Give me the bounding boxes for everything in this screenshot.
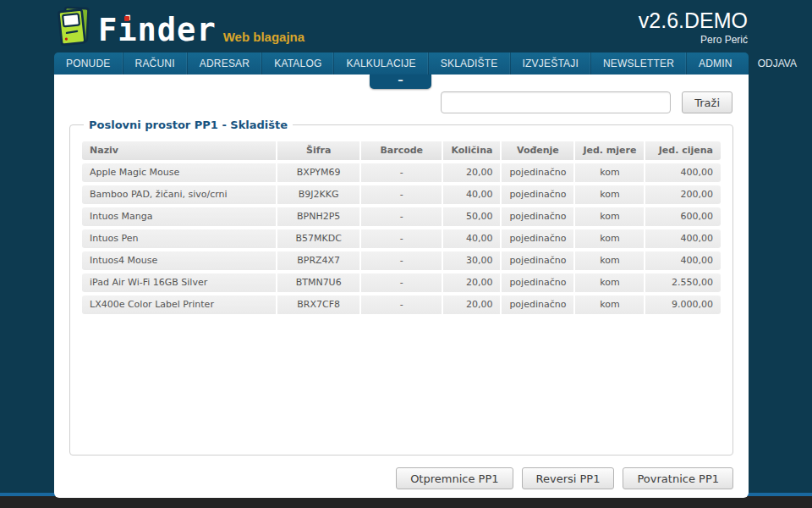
cell-barcode: -: [361, 251, 443, 270]
cell-ifra: BTMN7U6: [277, 273, 361, 292]
nav-item-adresar[interactable]: ADRESAR: [187, 52, 261, 75]
finder-logo-icon: [54, 5, 93, 51]
column-header-jed-mjere: Jed. mjere: [575, 141, 645, 160]
cell-jed-mjere: kom: [575, 273, 645, 292]
cell-ifra: BPNH2P5: [277, 207, 361, 226]
logo[interactable]: Finder Web blagajna: [54, 5, 304, 51]
nav-item-izvje-taji[interactable]: IZVJEŠTAJI: [510, 52, 590, 75]
page: Finder Web blagajna v2.6.DEMO Pero Perić…: [0, 0, 812, 508]
cell-ifra: BXPYM69: [277, 163, 361, 182]
nav-item-admin[interactable]: ADMIN: [686, 52, 744, 75]
cell-vo-enje: pojedinačno: [502, 207, 575, 226]
app-header: Finder Web blagajna v2.6.DEMO Pero Perić: [0, 0, 812, 52]
cell-jed-cijena: 400,00: [645, 163, 721, 182]
version-label: v2.6.DEMO: [639, 8, 748, 32]
cell-koli-ina: 20,00: [443, 163, 502, 182]
cell-vo-enje: pojedinačno: [502, 295, 575, 314]
table-row[interactable]: Intuos MangaBPNH2P5-50,00pojedinačnokom6…: [82, 207, 721, 226]
nav-item-ra-uni[interactable]: RAČUNI: [123, 52, 187, 75]
logo-text: Finder: [98, 10, 217, 51]
otpremnice-pp1-button[interactable]: Otpremnice PP1: [396, 467, 513, 489]
cell-vo-enje: pojedinačno: [502, 185, 575, 204]
cell-jed-mjere: kom: [575, 251, 645, 270]
cell-barcode: -: [361, 295, 443, 314]
table-row[interactable]: Apple Magic MouseBXPYM69-20,00pojedinačn…: [82, 163, 721, 182]
nav-item-ponude[interactable]: PONUDE: [54, 52, 123, 75]
warehouse-fieldset: Poslovni prostor PP1 - Skladište NazivŠi…: [69, 119, 733, 456]
column-header-vo-enje: Vođenje: [502, 141, 575, 160]
cell-jed-cijena: 2.550,00: [645, 273, 721, 292]
skladiste-collapse-tab[interactable]: –: [370, 75, 431, 89]
cell-koli-ina: 40,00: [443, 185, 502, 204]
cell-vo-enje: pojedinačno: [502, 163, 575, 182]
cell-jed-cijena: 200,00: [645, 185, 721, 204]
cell-jed-cijena: 9.000,00: [645, 295, 721, 314]
panel-title: Poslovni prostor PP1 - Skladište: [84, 119, 293, 131]
search-input[interactable]: [441, 91, 671, 113]
nav-items: PONUDERAČUNIADRESARKATALOGKALKULACIJESKL…: [54, 52, 744, 75]
logo-i-dot: [124, 16, 129, 21]
cell-naziv: iPad Air Wi-Fi 16GB Silver: [82, 273, 277, 292]
cell-barcode: -: [361, 273, 443, 292]
cell-ifra: BRX7CF8: [277, 295, 361, 314]
cell-vo-enje: pojedinačno: [502, 229, 575, 248]
cell-naziv: LX400e Color Label Printer: [82, 295, 277, 314]
cell-barcode: -: [361, 207, 443, 226]
cell-jed-cijena: 600,00: [645, 207, 721, 226]
inventory-table: NazivŠifraBarcodeKoličinaVođenjeJed. mje…: [82, 138, 721, 318]
header-right: v2.6.DEMO Pero Perić: [639, 8, 748, 46]
cell-jed-mjere: kom: [575, 163, 645, 182]
cell-naziv: Intuos Manga: [82, 207, 277, 226]
logo-textwrap: Finder Web blagajna: [98, 10, 304, 51]
cell-jed-mjere: kom: [575, 185, 645, 204]
nav-item-katalog[interactable]: KATALOG: [261, 52, 333, 75]
logo-tagline: Web blagajna: [223, 30, 304, 44]
reversi-pp1-button[interactable]: Reversi PP1: [522, 467, 615, 489]
actions-row: Otpremnice PP1Reversi PP1Povratnice PP1: [54, 467, 733, 489]
cell-ifra: B9J2KKG: [277, 185, 361, 204]
cell-koli-ina: 20,00: [443, 273, 502, 292]
povratnice-pp1-button[interactable]: Povratnice PP1: [623, 467, 733, 489]
cell-jed-mjere: kom: [575, 229, 645, 248]
cell-jed-cijena: 400,00: [645, 229, 721, 248]
nav-item-newsletter[interactable]: NEWSLETTER: [590, 52, 686, 75]
column-header-jed-cijena: Jed. cijena: [645, 141, 721, 160]
cell-vo-enje: pojedinačno: [502, 251, 575, 270]
nav-item-kalkulacije[interactable]: KALKULACIJE: [333, 52, 427, 75]
table-row[interactable]: iPad Air Wi-Fi 16GB SilverBTMN7U6-20,00p…: [82, 273, 721, 292]
cell-koli-ina: 20,00: [443, 295, 502, 314]
column-header-ifra: Šifra: [277, 141, 361, 160]
nav-item-skladi-te[interactable]: SKLADIŠTE: [428, 52, 510, 75]
cell-koli-ina: 50,00: [443, 207, 502, 226]
cell-vo-enje: pojedinačno: [502, 273, 575, 292]
cell-barcode: -: [361, 185, 443, 204]
nav-item-odjava[interactable]: ODJAVA: [744, 52, 810, 75]
column-header-naziv: Naziv: [82, 141, 277, 160]
main-nav: PONUDERAČUNIADRESARKATALOGKALKULACIJESKL…: [54, 52, 749, 75]
column-header-barcode: Barcode: [361, 141, 443, 160]
cell-jed-mjere: kom: [575, 295, 645, 314]
cell-koli-ina: 30,00: [443, 251, 502, 270]
column-header-koli-ina: Količina: [443, 141, 502, 160]
cell-jed-cijena: 400,00: [645, 251, 721, 270]
cell-barcode: -: [361, 229, 443, 248]
table-row[interactable]: Intuos4 MouseBPRZ4X7-30,00pojedinačnokom…: [82, 251, 721, 270]
cell-naziv: Intuos4 Mouse: [82, 251, 277, 270]
table-header-row: NazivŠifraBarcodeKoličinaVođenjeJed. mje…: [82, 141, 721, 160]
cell-ifra: BPRZ4X7: [277, 251, 361, 270]
search-button[interactable]: Traži: [682, 91, 732, 113]
table-row[interactable]: LX400e Color Label PrinterBRX7CF8-20,00p…: [82, 295, 721, 314]
table-row[interactable]: Bamboo PAD, žičani, sivo/crniB9J2KKG-40,…: [82, 185, 721, 204]
cell-koli-ina: 40,00: [443, 229, 502, 248]
cell-ifra: B57MKDC: [277, 229, 361, 248]
cell-naziv: Bamboo PAD, žičani, sivo/crni: [82, 185, 277, 204]
table-row[interactable]: Intuos PenB57MKDC-40,00pojedinačnokom400…: [82, 229, 721, 248]
cell-naziv: Intuos Pen: [82, 229, 277, 248]
cell-barcode: -: [361, 163, 443, 182]
content-panel: Traži Poslovni prostor PP1 - Skladište N…: [54, 75, 749, 498]
cell-naziv: Apple Magic Mouse: [82, 163, 277, 182]
current-user: Pero Perić: [639, 34, 748, 46]
cell-jed-mjere: kom: [575, 207, 645, 226]
